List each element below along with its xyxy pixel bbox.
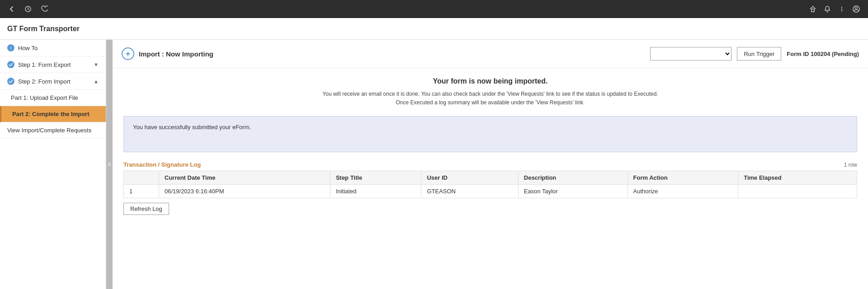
topbar [0,0,868,18]
log-table-body: 106/19/2023 6:16:40PMInitiatedGTEASONEas… [124,185,857,198]
main-layout: i How To Step 1: Form Export ▼ Step 2: F… [0,40,868,289]
import-main-message: Your form is now being imported. [123,77,857,85]
home-icon[interactable] [808,5,817,14]
sidebar-item-howto-label: How To [18,45,38,51]
collapse-handle[interactable]: II [106,40,113,289]
table-row: 106/19/2023 6:16:40PMInitiatedGTEASONEas… [124,185,857,198]
col-date-time: Current Date Time [159,171,330,185]
step2-icon [7,78,14,85]
heart-icon[interactable] [40,5,49,14]
transaction-header: Transaction / Signature Log 1 row [123,161,857,168]
sidebar-item-howto-left: i How To [7,44,38,51]
clock-icon[interactable] [24,5,33,14]
log-table: Current Date Time Step Title User ID Des… [123,171,857,198]
svg-point-3 [841,9,842,9]
sidebar: i How To Step 1: Form Export ▼ Step 2: F… [0,40,106,289]
success-message: You have successfully submitted your eFo… [133,124,251,131]
bell-icon[interactable] [823,5,832,14]
refresh-log-button[interactable]: Refresh Log [123,203,169,215]
sidebar-item-view-requests[interactable]: View Import/Complete Requests [0,122,106,139]
info-icon: i [7,44,14,51]
log-table-header-row: Current Date Time Step Title User ID Des… [124,171,857,185]
sidebar-item-step1[interactable]: Step 1: Form Export ▼ [0,56,106,73]
success-banner: You have successfully submitted your eFo… [123,116,857,152]
sidebar-item-howto[interactable]: i How To [0,40,106,56]
svg-point-2 [841,7,842,8]
app-title: GT Form Transporter [7,25,80,33]
sidebar-item-step1-left: Step 1: Form Export [7,61,71,68]
sidebar-item-part2[interactable]: Part 2: Complete the Import [0,106,106,122]
back-arrow-icon[interactable] [7,5,16,14]
sidebar-item-step2-left: Step 2: Form Import [7,78,71,85]
user-circle-icon[interactable] [852,5,861,14]
import-line1: You will receive an email once it is don… [123,90,857,98]
run-trigger-button[interactable]: Run Trigger [737,47,781,61]
log-table-header: Current Date Time Step Title User ID Des… [124,171,857,185]
row-count: 1 row [844,162,857,168]
content-header-right: Run Trigger Form ID 100204 (Pending) [650,47,859,61]
svg-point-4 [841,10,842,11]
form-id-label: Form ID 100204 (Pending) [787,51,859,57]
content-header: + Import : Now Importing Run Trigger For… [113,40,868,68]
col-description: Description [518,171,627,185]
import-plus-icon: + [122,47,134,60]
topbar-right [808,5,861,14]
more-vertical-icon[interactable] [837,5,846,14]
svg-rect-1 [811,9,814,12]
sidebar-item-view-requests-label: View Import/Complete Requests [7,127,91,134]
step1-chevron-icon: ▼ [94,62,99,67]
topbar-left [7,5,49,14]
step2-chevron-icon: ▲ [94,79,99,84]
svg-point-6 [855,7,858,9]
sidebar-item-step2-label: Step 2: Form Import [18,78,71,85]
transaction-title: Transaction / Signature Log [123,161,201,168]
content-header-left: + Import : Now Importing [122,47,213,60]
collapse-handle-label: II [108,162,111,167]
col-user-id: User ID [421,171,518,185]
content-area: + Import : Now Importing Run Trigger For… [113,40,868,289]
step1-icon [7,61,14,68]
col-num [124,171,159,185]
sidebar-item-part1[interactable]: Part 1: Upload Export File [0,90,106,106]
import-title: Import : Now Importing [139,50,213,58]
sidebar-item-part1-label: Part 1: Upload Export File [11,94,78,101]
sidebar-item-step1-label: Step 1: Form Export [18,61,71,68]
col-form-action: Form Action [627,171,738,185]
sidebar-item-step2[interactable]: Step 2: Form Import ▲ [0,73,106,90]
appbar: GT Form Transporter [0,18,868,40]
import-line2: Once Executed a log summary will be avai… [123,98,857,107]
sidebar-item-part2-label: Part 2: Complete the Import [12,111,89,117]
import-message: Your form is now being imported. You wil… [123,77,857,107]
content-body: Your form is now being imported. You wil… [113,68,868,224]
col-time-elapsed: Time Elapsed [738,171,857,185]
col-step-title: Step Title [330,171,421,185]
trigger-select[interactable] [650,47,731,61]
